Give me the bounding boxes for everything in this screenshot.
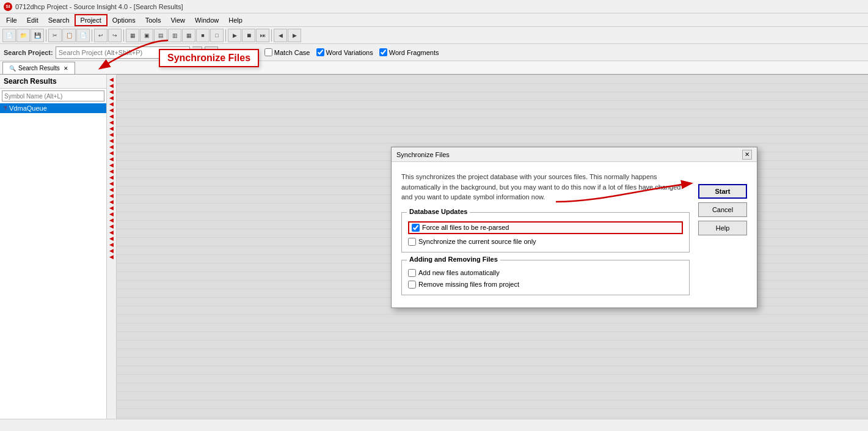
remove-missing-row[interactable]: Remove missing files from project bbox=[408, 281, 683, 289]
gutter-arrow-17: ◀ bbox=[109, 181, 114, 186]
sync-current-label: Synchronize the current source file only bbox=[418, 238, 536, 245]
left-panel: Search Results ? VdmaQueue bbox=[0, 75, 107, 426]
panel-search-area bbox=[0, 89, 106, 103]
gutter-arrow-3: ◀ bbox=[109, 95, 114, 101]
word-fragments-checkbox[interactable] bbox=[379, 48, 387, 56]
gutter-arrow-19: ◀ bbox=[109, 193, 114, 199]
menu-search[interactable]: Search bbox=[43, 15, 75, 25]
menu-edit[interactable]: Edit bbox=[22, 15, 43, 25]
toolbar-b7[interactable]: □ bbox=[210, 29, 224, 42]
panel-item-vdmaqueue[interactable]: ? VdmaQueue bbox=[0, 103, 106, 113]
word-variations-checkbox-label[interactable]: Word Variations bbox=[316, 48, 373, 56]
gutter-arrow-9: ◀ bbox=[109, 132, 114, 138]
menu-project[interactable]: Project bbox=[75, 14, 108, 26]
toolbar-b6[interactable]: ■ bbox=[196, 29, 210, 42]
gutter-arrow-7: ◀ bbox=[109, 120, 114, 125]
gutter-arrow-16: ◀ bbox=[109, 175, 114, 180]
toolbar-paste[interactable]: 📄 bbox=[76, 29, 90, 42]
annotation-label: Synchronize Files bbox=[159, 49, 259, 67]
remove-missing-checkbox[interactable] bbox=[408, 281, 416, 289]
dialog-titlebar: Synchronize Files ✕ bbox=[392, 147, 757, 162]
title-bar: SI 0712dhcp Project - Source Insight 4.0… bbox=[0, 0, 868, 13]
annotation-arrow-2 bbox=[550, 177, 702, 208]
force-reparse-label: Force all files to be re-parsed bbox=[422, 224, 509, 231]
panel-list: ? VdmaQueue bbox=[0, 103, 106, 426]
match-case-checkbox[interactable] bbox=[264, 48, 272, 56]
database-updates-section: Database Updates Force all files to be r… bbox=[401, 212, 690, 252]
gutter-arrow-10: ◀ bbox=[109, 138, 114, 144]
menu-help[interactable]: Help bbox=[224, 15, 247, 25]
gutter-arrow-22: ◀ bbox=[109, 212, 114, 217]
gutter-arrow-20: ◀ bbox=[109, 199, 114, 205]
toolbar-b5[interactable]: ▦ bbox=[182, 29, 195, 42]
toolbar-sep5 bbox=[271, 29, 272, 42]
add-new-files-row[interactable]: Add new files automatically bbox=[408, 269, 683, 277]
remove-missing-label: Remove missing files from project bbox=[418, 281, 519, 288]
dialog-buttons: Start Cancel Help bbox=[698, 184, 747, 235]
gutter-arrow-13: ◀ bbox=[109, 157, 114, 162]
word-variations-label: Word Variations bbox=[326, 49, 373, 56]
toolbar-cut[interactable]: ✂ bbox=[48, 29, 62, 42]
toolbar-sep1 bbox=[46, 29, 46, 42]
gutter-arrow-29: ◀ bbox=[109, 254, 114, 260]
word-fragments-checkbox-label[interactable]: Word Fragments bbox=[379, 48, 439, 56]
adding-removing-title: Adding and Removing Files bbox=[407, 256, 500, 263]
gutter-arrow-14: ◀ bbox=[109, 163, 114, 168]
gutter: ◀ ◀ ◀ ◀ ◀ ◀ ◀ ◀ ◀ ◀ ◀ ◀ ◀ ◀ ◀ ◀ ◀ ◀ ◀ ◀ … bbox=[107, 75, 117, 426]
toolbar-new[interactable]: 📄 bbox=[2, 29, 16, 42]
app-icon: SI bbox=[4, 2, 12, 11]
help-button[interactable]: Help bbox=[698, 221, 747, 235]
gutter-arrow-2: ◀ bbox=[109, 89, 114, 95]
force-reparse-checkbox[interactable] bbox=[412, 224, 420, 232]
symbol-name-input[interactable] bbox=[2, 90, 104, 101]
match-case-label: Match Case bbox=[274, 49, 310, 56]
toolbar-next[interactable]: ⏭ bbox=[256, 29, 269, 42]
menu-options[interactable]: Options bbox=[108, 15, 140, 25]
menu-window[interactable]: Window bbox=[190, 15, 224, 25]
panel-item-label: VdmaQueue bbox=[9, 105, 47, 112]
gutter-arrow-6: ◀ bbox=[109, 114, 114, 119]
toolbar-play[interactable]: ▶ bbox=[228, 29, 241, 42]
menu-tools[interactable]: Tools bbox=[140, 15, 166, 25]
cancel-button[interactable]: Cancel bbox=[698, 202, 747, 217]
gutter-arrow-21: ◀ bbox=[109, 205, 114, 211]
toolbar-stop[interactable]: ⏹ bbox=[242, 29, 255, 42]
sync-current-checkbox[interactable] bbox=[408, 238, 416, 246]
toolbar-prev-arrow[interactable]: ◀ bbox=[274, 29, 287, 42]
sync-current-row[interactable]: Synchronize the current source file only bbox=[408, 238, 683, 246]
add-new-files-checkbox[interactable] bbox=[408, 269, 416, 277]
toolbar-open[interactable]: 📁 bbox=[16, 29, 30, 42]
gutter-arrow-25: ◀ bbox=[109, 230, 114, 235]
dialog-title-text: Synchronize Files bbox=[396, 151, 450, 158]
add-new-files-label: Add new files automatically bbox=[418, 269, 500, 276]
synchronize-files-dialog: Synchronize Files ✕ This synchronizes th… bbox=[391, 147, 757, 308]
menu-bar: File Edit Search Project Options Tools V… bbox=[0, 13, 868, 27]
tab-close-button[interactable]: ✕ bbox=[64, 65, 68, 72]
search-project-label: Search Project: bbox=[4, 49, 53, 56]
word-variations-checkbox[interactable] bbox=[316, 48, 324, 56]
word-fragments-label: Word Fragments bbox=[389, 49, 439, 56]
gutter-arrow-28: ◀ bbox=[109, 248, 114, 254]
tab-search-results-label: Search Results bbox=[18, 65, 60, 72]
gutter-arrow-23: ◀ bbox=[109, 218, 114, 223]
gutter-arrow-1: ◀ bbox=[109, 83, 114, 89]
gutter-arrow-4: ◀ bbox=[109, 101, 114, 107]
start-button[interactable]: Start bbox=[698, 184, 747, 199]
toolbar-copy[interactable]: 📋 bbox=[62, 29, 76, 42]
toolbar-next-arrow[interactable]: ▶ bbox=[288, 29, 301, 42]
gutter-arrow-15: ◀ bbox=[109, 169, 114, 174]
tab-search-results[interactable]: 🔍 Search Results ✕ bbox=[2, 62, 75, 74]
gutter-arrow-26: ◀ bbox=[109, 236, 114, 241]
gutter-arrow-11: ◀ bbox=[109, 144, 114, 150]
gutter-arrow-12: ◀ bbox=[109, 150, 114, 156]
match-case-checkbox-label[interactable]: Match Case bbox=[264, 48, 310, 56]
toolbar-save[interactable]: 💾 bbox=[31, 29, 44, 42]
status-bar bbox=[0, 419, 868, 426]
menu-file[interactable]: File bbox=[1, 15, 22, 25]
force-reparse-row[interactable]: Force all files to be re-parsed bbox=[408, 221, 683, 234]
panel-item-icon: ? bbox=[4, 105, 7, 111]
dialog-close-button[interactable]: ✕ bbox=[742, 150, 752, 160]
database-updates-title: Database Updates bbox=[407, 208, 470, 215]
adding-removing-section: Adding and Removing Files Add new files … bbox=[401, 260, 690, 295]
menu-view[interactable]: View bbox=[166, 15, 190, 25]
